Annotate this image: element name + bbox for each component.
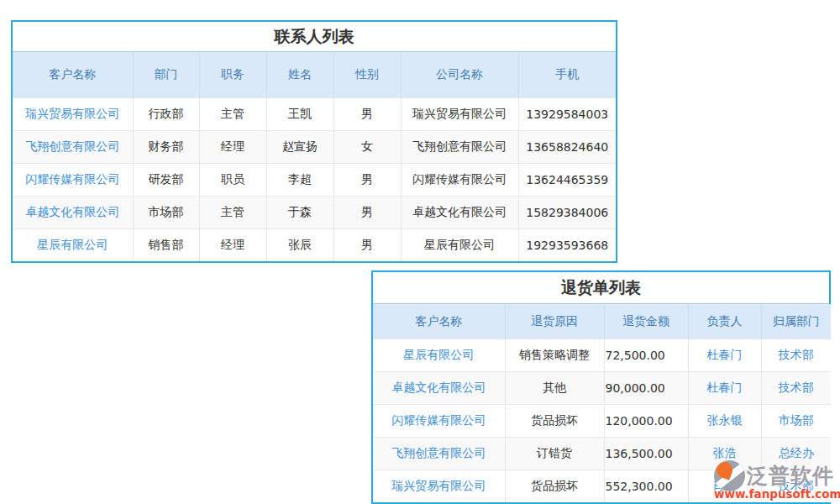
cell-company: 星辰有限公司 — [401, 229, 518, 262]
cell-name: 王凯 — [266, 98, 333, 131]
owner-link[interactable]: 张永银 — [707, 413, 743, 427]
cell-dept: 行政部 — [133, 98, 199, 131]
table-row: 卓越文化有限公司 市场部 主管 于森 男 卓越文化有限公司 1582938400… — [13, 197, 616, 229]
customer-link[interactable]: 飞翔创意有限公司 — [25, 139, 119, 153]
cell-reason: 货品损坏 — [505, 405, 604, 438]
contact-table-title: 联系人列表 — [13, 22, 616, 52]
department-link[interactable]: 总经办 — [779, 446, 814, 459]
cell-position: 经理 — [199, 131, 266, 164]
cell-phone: 13658824640 — [518, 131, 616, 164]
cell-position: 职员 — [199, 164, 266, 197]
cell-name: 赵宣扬 — [266, 131, 333, 164]
cell-amount: 136,500.00 — [604, 438, 688, 470]
table-row: 飞翔创意有限公司 财务部 经理 赵宣扬 女 飞翔创意有限公司 136588246… — [13, 131, 616, 164]
column-header-customer: 客户名称 — [13, 52, 133, 98]
cell-phone: 19293593668 — [518, 229, 616, 262]
customer-link[interactable]: 飞翔创意有限公司 — [391, 446, 486, 459]
cell-company: 瑞兴贸易有限公司 — [401, 98, 518, 131]
column-header-owner: 负责人 — [688, 304, 761, 339]
table-row: 星辰有限公司 销售部 经理 张辰 男 星辰有限公司 19293593668 — [13, 229, 616, 262]
cell-company: 飞翔创意有限公司 — [401, 131, 518, 164]
return-table-title: 退货单列表 — [373, 272, 829, 304]
cell-amount: 120,000.00 — [604, 405, 688, 438]
table-row: 飞翔创意有限公司 订错货 136,500.00 张浩 总经办 — [373, 438, 831, 470]
contact-header-row: 客户名称 部门 职务 姓名 性别 公司名称 手机 — [13, 52, 616, 98]
customer-link[interactable]: 闪耀传媒有限公司 — [391, 413, 486, 427]
column-header-department: 归属部门 — [761, 304, 831, 339]
customer-link[interactable]: 星辰有限公司 — [37, 238, 108, 251]
cell-phone: 13624465359 — [518, 164, 616, 197]
customer-link[interactable]: 卓越文化有限公司 — [391, 381, 486, 394]
cell-reason: 其他 — [505, 372, 604, 405]
column-header-reason: 退货原因 — [505, 304, 604, 339]
cell-customer: 瑞兴贸易有限公司 — [373, 470, 505, 503]
department-link[interactable]: 技术部 — [779, 348, 814, 361]
return-table: 退货单列表 客户名称 退货原因 退货金额 负责人 归属部门 星辰有限公司 销售策… — [371, 270, 831, 504]
column-header-gender: 性别 — [333, 52, 401, 98]
cell-name: 张辰 — [266, 229, 333, 262]
cell-amount: 72,500.00 — [604, 339, 688, 372]
cell-department: 总经办 — [761, 438, 831, 470]
customer-link[interactable]: 卓越文化有限公司 — [25, 205, 119, 218]
cell-name: 李超 — [266, 164, 333, 197]
cell-department: 市场部 — [761, 405, 831, 438]
cell-customer: 星辰有限公司 — [13, 229, 133, 262]
contact-table-grid: 客户名称 部门 职务 姓名 性别 公司名称 手机 瑞兴贸易有限公司 行政部 主管… — [13, 52, 616, 261]
cell-reason: 销售策略调整 — [505, 339, 604, 372]
cell-customer: 飞翔创意有限公司 — [13, 131, 133, 164]
table-row: 瑞兴贸易有限公司 行政部 主管 王凯 男 瑞兴贸易有限公司 1392958400… — [13, 98, 616, 131]
owner-link[interactable]: 肖晴 — [713, 479, 737, 492]
cell-reason: 货品损坏 — [505, 470, 604, 503]
customer-link[interactable]: 星辰有限公司 — [403, 348, 474, 361]
column-header-dept: 部门 — [133, 52, 199, 98]
owner-link[interactable]: 杜春门 — [707, 348, 743, 361]
cell-company: 闪耀传媒有限公司 — [401, 164, 518, 197]
department-link[interactable]: 市场部 — [779, 413, 814, 427]
cell-name: 于森 — [266, 197, 333, 229]
cell-department: 技术部 — [761, 339, 831, 372]
cell-owner: 肖晴 — [688, 470, 761, 503]
cell-dept: 市场部 — [133, 197, 199, 229]
column-header-position: 职务 — [199, 52, 266, 98]
cell-owner: 张永银 — [688, 405, 761, 438]
cell-dept: 销售部 — [133, 229, 199, 262]
table-row: 瑞兴贸易有限公司 货品损坏 552,300.00 肖晴 技术部 — [373, 470, 831, 503]
department-link[interactable]: 技术部 — [779, 479, 814, 492]
cell-gender: 男 — [333, 98, 401, 131]
cell-department: 技术部 — [761, 470, 831, 503]
cell-gender: 男 — [333, 197, 401, 229]
customer-link[interactable]: 闪耀传媒有限公司 — [25, 172, 119, 186]
column-header-amount: 退货金额 — [604, 304, 688, 339]
cell-dept: 财务部 — [133, 131, 199, 164]
cell-gender: 男 — [333, 229, 401, 262]
department-link[interactable]: 技术部 — [779, 381, 814, 394]
cell-customer: 卓越文化有限公司 — [13, 197, 133, 229]
column-header-customer: 客户名称 — [373, 304, 505, 339]
table-row: 卓越文化有限公司 其他 90,000.00 杜春门 技术部 — [373, 372, 831, 405]
cell-customer: 闪耀传媒有限公司 — [13, 164, 133, 197]
return-header-row: 客户名称 退货原因 退货金额 负责人 归属部门 — [373, 304, 831, 339]
cell-phone: 15829384006 — [518, 197, 616, 229]
table-row: 闪耀传媒有限公司 研发部 职员 李超 男 闪耀传媒有限公司 1362446535… — [13, 164, 616, 197]
cell-dept: 研发部 — [133, 164, 199, 197]
owner-link[interactable]: 杜春门 — [707, 381, 743, 394]
customer-link[interactable]: 瑞兴贸易有限公司 — [391, 479, 486, 492]
customer-link[interactable]: 瑞兴贸易有限公司 — [25, 107, 119, 120]
contact-table: 联系人列表 客户名称 部门 职务 姓名 性别 公司名称 手机 瑞兴贸易有限公司 … — [11, 20, 617, 263]
cell-customer: 瑞兴贸易有限公司 — [13, 98, 133, 131]
cell-amount: 90,000.00 — [604, 372, 688, 405]
owner-link[interactable]: 张浩 — [713, 446, 737, 459]
cell-owner: 杜春门 — [688, 339, 761, 372]
cell-gender: 男 — [333, 164, 401, 197]
cell-amount: 552,300.00 — [604, 470, 688, 503]
return-table-grid: 客户名称 退货原因 退货金额 负责人 归属部门 星辰有限公司 销售策略调整 72… — [373, 304, 831, 502]
cell-phone: 13929584003 — [518, 98, 616, 131]
cell-position: 经理 — [199, 229, 266, 262]
cell-reason: 订错货 — [505, 438, 604, 470]
cell-position: 主管 — [199, 197, 266, 229]
table-row: 星辰有限公司 销售策略调整 72,500.00 杜春门 技术部 — [373, 339, 831, 372]
cell-customer: 飞翔创意有限公司 — [373, 438, 505, 470]
cell-position: 主管 — [199, 98, 266, 131]
cell-gender: 女 — [333, 131, 401, 164]
cell-company: 卓越文化有限公司 — [401, 197, 518, 229]
